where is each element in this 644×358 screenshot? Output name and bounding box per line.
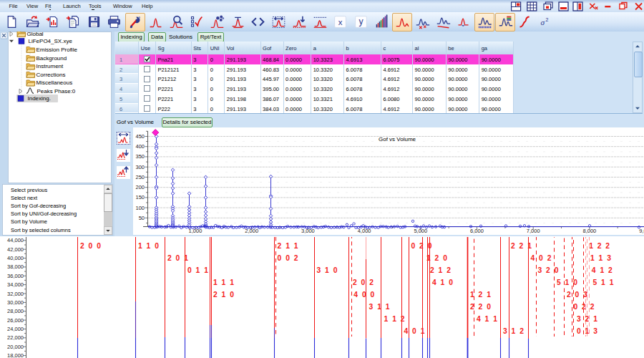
svg-text:1 2 1: 1 2 1 — [470, 291, 492, 299]
svg-text:Gof vs Volume: Gof vs Volume — [379, 136, 416, 142]
svg-text:3 2 1: 3 2 1 — [577, 315, 598, 323]
svg-text:Background: Background — [36, 55, 67, 62]
svg-text:450: 450 — [135, 133, 145, 140]
svg-text:5 1 1: 5 1 1 — [593, 279, 615, 286]
svg-text:200: 200 — [135, 184, 145, 190]
svg-text:3 1 0: 3 1 0 — [317, 266, 338, 274]
svg-text:3 1 2: 3 1 2 — [503, 327, 525, 335]
svg-text:3 1 1: 3 1 1 — [369, 303, 391, 311]
svg-text:100: 100 — [135, 205, 145, 211]
svg-text:5 1 0: 5 1 0 — [557, 279, 578, 286]
svg-text:28,000: 28,000 — [7, 308, 24, 314]
svg-text:σ: σ — [540, 18, 545, 26]
svg-text:40,000: 40,000 — [7, 255, 24, 261]
svg-text:4 0 2: 4 0 2 — [531, 254, 552, 262]
svg-text:7,000: 7,000 — [527, 228, 540, 234]
svg-text:2 0 3: 2 0 3 — [567, 291, 588, 299]
svg-text:24,000: 24,000 — [7, 326, 24, 332]
svg-text:1 1 2: 1 1 2 — [384, 315, 406, 323]
svg-text:150: 150 — [135, 194, 145, 200]
svg-text:32,000: 32,000 — [7, 291, 24, 297]
svg-text:4 1 1: 4 1 1 — [477, 315, 498, 323]
svg-text:1 1 1: 1 1 1 — [213, 279, 235, 286]
svg-text:50: 50 — [139, 215, 145, 221]
svg-text:y: y — [358, 16, 364, 26]
svg-text:2 0 2: 2 0 2 — [353, 279, 374, 286]
svg-text:1 1 0: 1 1 0 — [138, 242, 160, 250]
svg-text:18,000: 18,000 — [7, 352, 24, 358]
svg-text:400: 400 — [135, 143, 145, 150]
svg-text:6,000: 6,000 — [470, 228, 484, 234]
svg-text:2 1 2: 2 1 2 — [430, 266, 452, 274]
svg-text:Indexing.: Indexing. — [28, 95, 51, 102]
svg-text:2: 2 — [545, 17, 548, 22]
svg-text:20,000: 20,000 — [7, 344, 24, 350]
svg-text:2 1 0: 2 1 0 — [213, 291, 235, 299]
svg-text:44,000: 44,000 — [7, 237, 24, 243]
svg-text:Instrument: Instrument — [36, 63, 64, 69]
svg-text:250: 250 — [135, 174, 145, 180]
svg-text:1 1 3: 1 1 3 — [590, 254, 612, 262]
svg-text:4 1 2: 4 1 2 — [592, 266, 613, 274]
svg-text:42,000: 42,000 — [7, 246, 24, 253]
svg-text:0 2 2: 0 2 2 — [574, 303, 595, 311]
svg-text:LiFePO4_SX.xye: LiFePO4_SX.xye — [29, 38, 73, 44]
svg-text:0 0 2: 0 0 2 — [278, 254, 299, 262]
svg-text:Emission Profile: Emission Profile — [36, 47, 78, 53]
svg-text:22,000: 22,000 — [7, 334, 24, 341]
svg-text:8,000: 8,000 — [583, 228, 597, 234]
svg-text:26,000: 26,000 — [7, 317, 24, 324]
svg-text:36,000: 36,000 — [7, 273, 24, 279]
svg-text:0 1 3: 0 1 3 — [577, 327, 598, 335]
svg-text:30,000: 30,000 — [7, 299, 24, 306]
svg-text:4 1 0: 4 1 0 — [432, 279, 454, 286]
svg-text:Miscellaneous: Miscellaneous — [36, 79, 73, 86]
svg-text:34,000: 34,000 — [7, 281, 24, 288]
svg-text:0 1 1: 0 1 1 — [187, 266, 209, 274]
svg-text:2 2 1: 2 2 1 — [511, 242, 532, 250]
svg-text:38,000: 38,000 — [7, 263, 24, 270]
svg-text:300: 300 — [135, 164, 145, 170]
svg-text:3 2 0: 3 2 0 — [538, 266, 560, 274]
svg-text:4 0 0: 4 0 0 — [353, 291, 375, 299]
svg-text:1 2 2: 1 2 2 — [589, 242, 610, 250]
svg-text:Global: Global — [27, 32, 44, 37]
svg-text:9,000: 9,000 — [639, 228, 644, 234]
svg-text:2 2 0: 2 2 0 — [470, 303, 492, 311]
svg-text:1 2 0: 1 2 0 — [426, 254, 448, 262]
svg-text:x: x — [338, 18, 342, 26]
svg-text:2 1 1: 2 1 1 — [278, 242, 299, 250]
svg-text:2 0 1: 2 0 1 — [167, 254, 189, 262]
svg-text:2 0 0: 2 0 0 — [80, 242, 102, 250]
svg-text:Peaks Phase:0: Peaks Phase:0 — [37, 88, 76, 95]
svg-text:Corrections: Corrections — [36, 72, 66, 78]
svg-text:350: 350 — [135, 153, 145, 160]
svg-text:0 2 0: 0 2 0 — [411, 242, 433, 250]
svg-text:4 0 1: 4 0 1 — [404, 327, 426, 335]
